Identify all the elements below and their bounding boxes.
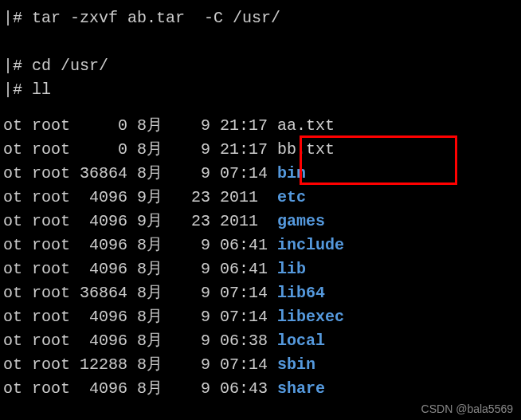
file-name: games xyxy=(277,212,325,230)
file-name: include xyxy=(277,236,344,254)
listing-row: ot root 4096 9月 23 2011 games xyxy=(0,210,521,234)
file-name: bin xyxy=(277,164,306,183)
file-name: sbin xyxy=(277,355,315,374)
listing-row: ot root 4096 8月 9 06:41 include xyxy=(0,234,521,257)
file-name: libexec xyxy=(277,308,344,326)
listing-row: ot root 4096 8月 9 06:41 lib xyxy=(0,257,521,281)
listing-row: ot root 36864 8月 9 07:14 bin xyxy=(0,162,521,186)
file-name: etc xyxy=(277,188,306,206)
file-name: bb.txt xyxy=(277,140,335,159)
listing-row: ot root 4096 9月 23 2011 etc xyxy=(0,186,521,210)
command-tar: |# tar -zxvf ab.tar -C /usr/ xyxy=(0,6,521,30)
listing-row: ot root 12288 8月 9 07:14 sbin xyxy=(0,353,521,377)
watermark: CSDN @bala5569 xyxy=(421,402,513,415)
listing-row: ot root 0 8月 9 21:17 aa.txt xyxy=(0,114,521,138)
command-cd: |# cd /usr/ xyxy=(0,54,521,78)
command-ll: |# ll xyxy=(0,78,521,102)
file-name: aa.txt xyxy=(277,116,335,135)
listing-row: ot root 36864 8月 9 07:14 lib64 xyxy=(0,281,521,305)
file-listing: ot root 0 8月 9 21:17 aa.txtot root 0 8月 … xyxy=(0,114,521,401)
file-name: lib xyxy=(277,260,306,278)
file-name: lib64 xyxy=(277,284,325,302)
listing-row: ot root 4096 8月 9 06:43 share xyxy=(0,377,521,401)
listing-row: ot root 4096 8月 9 06:38 local xyxy=(0,329,521,353)
file-name: local xyxy=(277,332,325,350)
listing-row: ot root 4096 8月 9 07:14 libexec xyxy=(0,305,521,329)
file-name: share xyxy=(277,379,325,398)
listing-row: ot root 0 8月 9 21:17 bb.txt xyxy=(0,138,521,162)
